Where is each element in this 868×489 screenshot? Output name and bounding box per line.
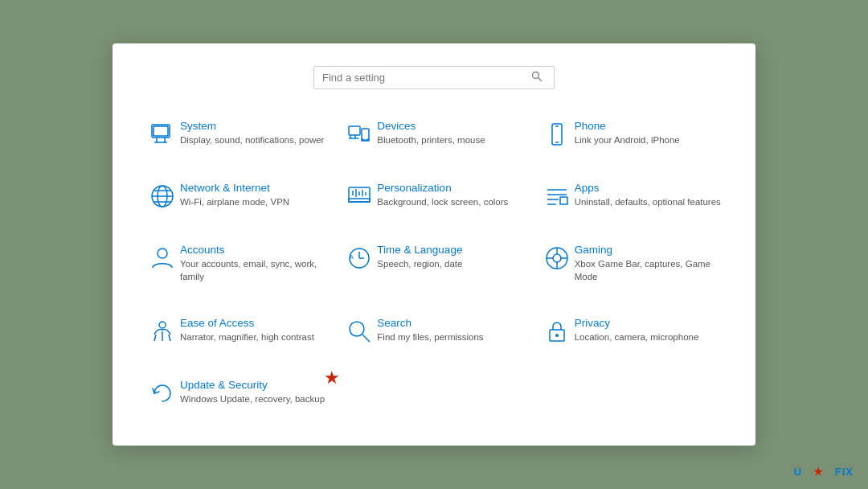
- settings-item-personalization[interactable]: Personalization Background, lock screen,…: [335, 174, 532, 229]
- devices-desc: Bluetooth, printers, mouse: [377, 134, 524, 146]
- settings-item-time[interactable]: A Time & Language Speech, region, date: [335, 236, 532, 303]
- ease-icon: [145, 317, 180, 344]
- system-icon: [145, 120, 180, 147]
- search-icon: [531, 71, 542, 84]
- ease-title: Ease of Access: [180, 317, 327, 329]
- accounts-title: Accounts: [180, 244, 327, 256]
- personalization-text: Personalization Background, lock screen,…: [377, 182, 524, 208]
- network-desc: Wi-Fi, airplane mode, VPN: [180, 195, 327, 208]
- phone-desc: Link your Android, iPhone: [575, 134, 722, 146]
- time-text: Time & Language Speech, region, date: [377, 244, 524, 270]
- svg-point-41: [553, 254, 561, 262]
- phone-icon: [539, 120, 575, 147]
- svg-point-0: [533, 72, 539, 79]
- system-desc: Display, sound, notifications, power: [180, 134, 327, 146]
- settings-item-accounts[interactable]: Accounts Your accounts, email, sync, wor…: [138, 236, 335, 303]
- settings-item-network[interactable]: Network & Internet Wi-Fi, airplane mode,…: [138, 174, 335, 229]
- system-title: System: [180, 120, 327, 132]
- accounts-desc: Your accounts, email, sync, work, family: [180, 257, 327, 283]
- network-title: Network & Internet: [180, 182, 327, 194]
- privacy-icon: [539, 317, 575, 344]
- accounts-icon: [145, 244, 180, 271]
- apps-icon: [539, 182, 575, 209]
- svg-rect-34: [560, 197, 567, 204]
- svg-rect-6: [154, 126, 168, 136]
- update-text: Update & Security Windows Update, recove…: [180, 379, 327, 405]
- settings-item-system[interactable]: System Display, sound, notifications, po…: [138, 112, 335, 167]
- time-desc: Speech, region, date: [377, 257, 524, 270]
- gaming-title: Gaming: [575, 244, 722, 256]
- settings-item-phone[interactable]: Phone Link your Android, iPhone: [533, 112, 730, 167]
- system-text: System Display, sound, notifications, po…: [180, 120, 327, 146]
- privacy-title: Privacy: [575, 317, 722, 329]
- svg-rect-7: [349, 126, 360, 135]
- settings-item-search[interactable]: Search Find my files, permissions: [335, 309, 532, 364]
- search-desc: Find my files, permissions: [377, 331, 524, 343]
- svg-line-1: [538, 78, 542, 81]
- svg-point-50: [350, 322, 364, 336]
- svg-line-47: [154, 335, 156, 341]
- search-text: Search Find my files, permissions: [377, 317, 524, 343]
- svg-rect-8: [362, 129, 369, 140]
- watermark-label: U ★ FIX: [794, 466, 854, 478]
- ease-text: Ease of Access Narrator, magnifier, high…: [180, 317, 327, 343]
- accounts-text: Accounts Your accounts, email, sync, wor…: [180, 244, 327, 283]
- settings-item-devices[interactable]: Devices Bluetooth, printers, mouse: [335, 112, 532, 167]
- privacy-text: Privacy Location, camera, microphone: [575, 317, 722, 343]
- svg-point-53: [555, 334, 559, 337]
- network-icon: [145, 182, 180, 209]
- settings-item-ease[interactable]: Ease of Access Narrator, magnifier, high…: [138, 309, 335, 364]
- apps-title: Apps: [575, 182, 722, 194]
- settings-grid: System Display, sound, notifications, po…: [138, 112, 730, 426]
- search-icon: [342, 317, 377, 344]
- search-bar-container: [138, 66, 730, 89]
- update-title: Update & Security: [180, 379, 327, 391]
- settings-item-privacy[interactable]: Privacy Location, camera, microphone: [533, 309, 730, 364]
- devices-text: Devices Bluetooth, printers, mouse: [377, 120, 524, 146]
- devices-title: Devices: [377, 120, 524, 132]
- privacy-desc: Location, camera, microphone: [575, 331, 722, 343]
- svg-line-51: [362, 335, 370, 342]
- search-title: Search: [377, 317, 524, 329]
- settings-item-apps[interactable]: Apps Uninstall, defaults, optional featu…: [533, 174, 730, 229]
- devices-icon: [342, 120, 377, 147]
- phone-title: Phone: [575, 120, 722, 132]
- time-title: Time & Language: [377, 244, 524, 256]
- svg-text:A: A: [350, 254, 354, 260]
- personalization-desc: Background, lock screen, colors: [377, 195, 524, 208]
- search-input[interactable]: [322, 72, 531, 84]
- gaming-text: Gaming Xbox Game Bar, captures, Game Mod…: [575, 244, 722, 283]
- settings-item-gaming[interactable]: Gaming Xbox Game Bar, captures, Game Mod…: [533, 236, 730, 303]
- gaming-icon: [539, 244, 575, 271]
- network-text: Network & Internet Wi-Fi, airplane mode,…: [180, 182, 327, 208]
- update-icon: [145, 379, 180, 406]
- time-icon: A: [342, 244, 377, 271]
- svg-rect-15: [552, 124, 562, 145]
- settings-item-update[interactable]: Update & Security Windows Update, recove…: [138, 371, 335, 426]
- ease-desc: Narrator, magnifier, high contrast: [180, 331, 327, 343]
- svg-line-48: [169, 335, 170, 341]
- search-bar[interactable]: [313, 66, 555, 89]
- update-desc: Windows Update, recovery, backup: [180, 392, 327, 405]
- apps-desc: Uninstall, defaults, optional features: [575, 195, 722, 208]
- settings-window: System Display, sound, notifications, po…: [113, 43, 755, 446]
- phone-text: Phone Link your Android, iPhone: [575, 120, 722, 146]
- personalization-icon: [342, 182, 377, 209]
- gaming-desc: Xbox Game Bar, captures, Game Mode: [575, 257, 722, 283]
- apps-text: Apps Uninstall, defaults, optional featu…: [575, 182, 722, 208]
- svg-point-35: [158, 249, 167, 258]
- svg-point-46: [159, 322, 166, 328]
- personalization-title: Personalization: [377, 182, 524, 194]
- svg-rect-24: [349, 199, 370, 202]
